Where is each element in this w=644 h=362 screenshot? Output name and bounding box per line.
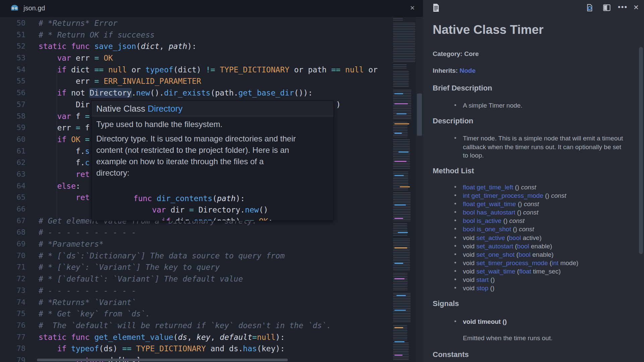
- method-list-item: •void stop (): [454, 284, 578, 292]
- text-line: to loop.: [463, 151, 623, 160]
- code-line[interactable]: 68# - - - - - - - - - -: [0, 227, 392, 238]
- code-line[interactable]: 71# * [`key`: `Variant`] The key to quer…: [0, 261, 392, 273]
- code-line[interactable]: 50# *Returns* Error: [0, 17, 392, 29]
- search-in-docs-icon[interactable]: [585, 3, 594, 12]
- line-number: 54: [0, 64, 25, 76]
- doc-link[interactable]: float get_wait_time: [463, 200, 516, 207]
- tab-label: json.gd: [23, 4, 45, 12]
- bullet-icon: •: [454, 242, 457, 250]
- bullet-icon: •: [454, 101, 457, 110]
- tooltip-code-line: var dir = Directory.new(): [96, 204, 273, 216]
- signals-heading: Signals: [433, 299, 459, 308]
- code-line[interactable]: 78 if typeof(ds) == TYPE_DICTIONARY and …: [0, 343, 392, 355]
- doc-link[interactable]: start: [476, 276, 489, 283]
- line-number: 51: [0, 29, 25, 41]
- method-list-item: •bool is_active () const: [454, 217, 578, 225]
- panel-close-icon[interactable]: ✕: [633, 3, 639, 12]
- code-line[interactable]: 55 err = ERR_INVALID_PARAMETER: [0, 75, 392, 87]
- text-line: Timer node. This is a simple node that w…: [463, 134, 623, 143]
- method-list-item: •void set_one_shot (bool enable): [454, 250, 578, 259]
- line-number: 76: [0, 320, 25, 331]
- line-number: 74: [0, 297, 25, 308]
- bullet-icon: •: [454, 134, 457, 142]
- doc-link[interactable]: bool is_one_shot: [463, 226, 511, 233]
- doc-link[interactable]: set_timer_process_mode: [476, 259, 548, 266]
- vertical-scrollbar-thumb[interactable]: [417, 94, 422, 136]
- code-line[interactable]: 56 if not Directory.new().dir_exists(pat…: [0, 87, 392, 99]
- bullet-icon: •: [454, 317, 457, 326]
- doc-link[interactable]: bool is_active: [463, 217, 501, 224]
- line-number: 61: [0, 145, 25, 157]
- doc-link[interactable]: bool: [519, 251, 531, 258]
- tab-json-gd[interactable]: json.gd: [10, 0, 45, 16]
- bullet-icon: •: [454, 199, 457, 208]
- doc-link[interactable]: stop: [476, 285, 488, 292]
- code-line[interactable]: 73# - - - - - - - - - -: [0, 285, 392, 297]
- doc-category: Category: Core: [433, 50, 479, 58]
- editor-horizontal-scrollbar[interactable]: [37, 359, 288, 361]
- code-line[interactable]: 74# *Returns* `Variant`: [0, 297, 392, 308]
- description-heading: Description: [433, 117, 473, 125]
- brief-item: • A simple Timer node.: [454, 101, 522, 110]
- hover-tooltip-directory: Native Class Directory Type used to hand…: [91, 101, 334, 221]
- godot-script-editor-window: json.gd ✕ 50# *Returns* Error51# * Retur…: [0, 0, 644, 362]
- method-list-heading: Method List: [433, 167, 474, 175]
- line-number: 52: [0, 41, 25, 52]
- doc-link[interactable]: int: [552, 259, 558, 266]
- signal-description: Emitted when the time runs out.: [463, 335, 552, 342]
- panel-scrollbar[interactable]: [639, 0, 643, 362]
- split-view-icon[interactable]: [602, 3, 611, 12]
- doc-link[interactable]: int get_timer_process_mode: [463, 192, 543, 199]
- line-number: 77: [0, 331, 25, 343]
- line-number: 57: [0, 99, 25, 111]
- more-options-icon[interactable]: •••: [618, 3, 628, 11]
- line-number: 68: [0, 227, 25, 238]
- code-line[interactable]: 77static func get_element_value(ds, key,…: [0, 331, 392, 343]
- bullet-icon: •: [454, 225, 457, 233]
- bullet-icon: •: [454, 233, 457, 242]
- code-line[interactable]: 53 var err = OK: [0, 52, 392, 64]
- doc-link[interactable]: bool has_autostart: [463, 209, 515, 216]
- directory-class-link[interactable]: Directory: [148, 104, 182, 114]
- code-line[interactable]: 75# * Get `key` from `ds`.: [0, 308, 392, 320]
- line-number: 58: [0, 111, 25, 122]
- editor-vertical-scrollbar[interactable]: [416, 17, 423, 362]
- minimap[interactable]: [392, 17, 416, 362]
- bullet-icon: •: [454, 267, 457, 275]
- method-list-item: •void set_active (bool active): [454, 234, 578, 242]
- line-number: 59: [0, 122, 25, 134]
- doc-link[interactable]: bool: [517, 243, 529, 250]
- panel-scrollbar-thumb[interactable]: [639, 47, 643, 254]
- code-line[interactable]: 52static func save_json(dict, path):: [0, 41, 392, 52]
- doc-link[interactable]: set_one_shot: [476, 251, 515, 258]
- tooltip-code-example: func dir_contents(path): var dir = Direc…: [96, 193, 273, 221]
- text-line: content (not restricted to the project f…: [96, 144, 296, 156]
- doc-link[interactable]: set_active: [476, 234, 505, 241]
- doc-link[interactable]: bool: [509, 234, 521, 241]
- bullet-icon: •: [454, 183, 457, 191]
- code-line[interactable]: 70# * [`ds`:`Dictionary`] The data sourc…: [0, 250, 392, 262]
- code-line[interactable]: 51# * Return OK if succeess: [0, 29, 392, 41]
- code-line[interactable]: 69# *Parameters*: [0, 238, 392, 250]
- method-list-item: •int get_timer_process_mode () const: [454, 191, 578, 200]
- signal-item: • void timeout (): [454, 317, 507, 326]
- code-line[interactable]: 76# The `default` will be returned if `k…: [0, 320, 392, 331]
- text-line: example on how to iterate through the fi…: [96, 156, 296, 167]
- doc-link[interactable]: set_autostart: [476, 243, 513, 250]
- code-line[interactable]: 54 if dict == null or typeof(dict) != TY…: [0, 64, 392, 76]
- code-line[interactable]: 72# * [`default`: `Variant`] The default…: [0, 273, 392, 285]
- line-number: 65: [0, 192, 25, 203]
- method-list-item: •float get_wait_time () const: [454, 200, 578, 208]
- bullet-icon: •: [454, 216, 457, 225]
- line-number: 53: [0, 52, 25, 64]
- line-number: 55: [0, 75, 25, 87]
- document-icon: [433, 3, 439, 12]
- doc-link[interactable]: float: [519, 268, 531, 275]
- doc-link[interactable]: float get_time_left: [463, 184, 513, 191]
- inherits-node-link[interactable]: Node: [460, 67, 476, 74]
- line-number: 56: [0, 87, 25, 99]
- bullet-icon: •: [454, 208, 457, 216]
- tab-close-icon[interactable]: ✕: [410, 4, 415, 12]
- doc-link[interactable]: set_wait_time: [476, 268, 515, 275]
- line-number: 79: [0, 355, 25, 362]
